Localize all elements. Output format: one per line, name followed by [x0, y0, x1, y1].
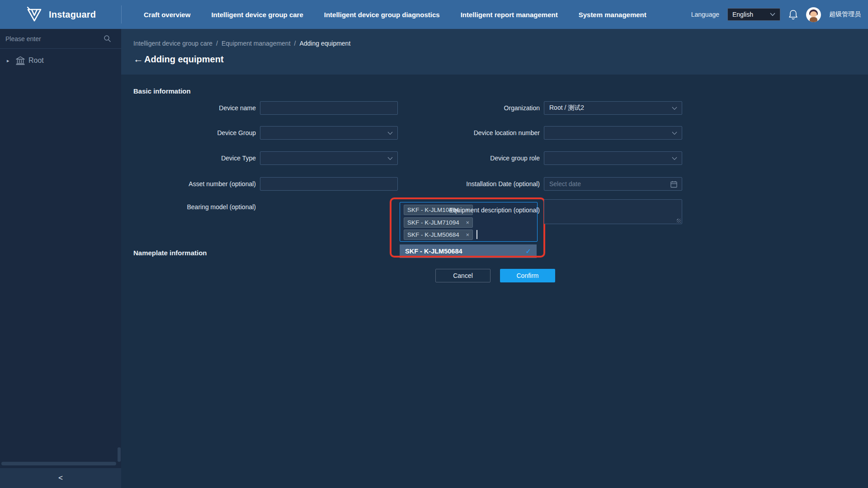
confirm-button[interactable]: Confirm [500, 269, 555, 282]
caret-right-icon[interactable]: ▸ [0, 58, 15, 64]
asset-number-input[interactable] [265, 180, 392, 188]
user-name: 超级管理员 [829, 10, 861, 19]
page-title: Adding equipment [144, 54, 224, 65]
field-row-device-type: Device Type [106, 151, 398, 165]
nav-item-device-group-care[interactable]: Intelligent device group care [211, 11, 303, 19]
sidebar-collapse-button[interactable]: < [0, 468, 121, 488]
tree-node-root[interactable]: ▸ Root [0, 52, 121, 70]
breadcrumb-item[interactable]: Equipment management [222, 40, 291, 47]
organization-select[interactable]: Root / 测试2 [544, 101, 682, 115]
asset-number-input-wrap [260, 177, 398, 191]
main-nav: Craft overview Intelligent device group … [121, 11, 646, 19]
breadcrumb-separator: / [216, 40, 218, 47]
chevron-down-icon [672, 107, 677, 110]
bearing-model-label: Bearing model (optional) [106, 203, 260, 211]
sidebar: ▸ Root < [0, 29, 121, 488]
section-basic-information: Basic information [133, 87, 191, 95]
field-row-device-group: Device Group [106, 126, 398, 140]
chevron-down-icon [770, 13, 775, 16]
user-avatar[interactable] [806, 7, 821, 22]
device-type-label: Device Type [106, 155, 260, 162]
field-row-organization: Organization Root / 测试2 [390, 101, 682, 115]
nav-item-report-management[interactable]: Intelligent report management [461, 11, 558, 19]
collapse-chevron-icon: < [58, 474, 63, 483]
brand-name: Instaguard [49, 9, 96, 20]
device-group-select[interactable] [260, 126, 398, 140]
device-location-select[interactable] [544, 126, 682, 140]
device-group-role-label: Device group role [390, 155, 544, 162]
app-screen: Instaguard Craft overview Intelligent de… [0, 0, 868, 488]
device-location-label: Device location number [390, 129, 544, 136]
navbar-right: Language English 超级管理员 [691, 7, 868, 22]
breadcrumb: Intelligent device group care / Equipmen… [133, 40, 350, 47]
tag-close-icon[interactable]: × [466, 231, 469, 238]
dropdown-option-label: SKF - K-JLM50684 [405, 248, 462, 255]
language-label: Language [691, 11, 719, 18]
section-nameplate-information: Nameplate information [133, 249, 207, 257]
field-row-asset-number: Asset number (optional) [106, 177, 398, 191]
navbar-divider [121, 5, 122, 23]
device-group-role-select[interactable] [544, 151, 682, 165]
avatar-body [810, 17, 817, 22]
installation-date-label: Installation Date (optional) [390, 180, 544, 188]
installation-date-picker[interactable]: Select date [544, 177, 682, 191]
equipment-form: Basic information Device name Device Gro… [121, 75, 868, 488]
field-row-device-group-role: Device group role [390, 151, 682, 165]
device-name-label: Device name [106, 104, 260, 112]
brand[interactable]: Instaguard [0, 7, 121, 22]
calendar-icon [670, 181, 677, 188]
bearing-tag: SKF - K-JLM50684 × [404, 230, 473, 240]
device-group-label: Device Group [106, 129, 260, 136]
check-icon: ✓ [525, 247, 531, 255]
asset-number-label: Asset number (optional) [106, 180, 260, 188]
tree-node-label[interactable]: Root [28, 56, 44, 65]
bearing-tag-label: SKF - K-JLM50684 [407, 231, 459, 238]
organization-building-icon [15, 56, 25, 65]
field-row-bearing-model: Bearing model (optional) [106, 203, 260, 211]
page-title-row: ← Adding equipment [133, 53, 224, 65]
sidebar-search-input[interactable] [0, 35, 99, 42]
top-navbar: Instaguard Craft overview Intelligent de… [0, 0, 868, 29]
nav-item-craft-overview[interactable]: Craft overview [144, 11, 190, 19]
language-value: English [732, 11, 753, 18]
installation-date-placeholder: Select date [549, 180, 581, 188]
text-cursor [476, 230, 477, 239]
search-icon[interactable] [104, 35, 111, 42]
organization-value: Root / 测试2 [549, 104, 584, 112]
sidebar-search [0, 29, 121, 49]
notification-bell-icon[interactable] [788, 9, 798, 20]
breadcrumb-item[interactable]: Intelligent device group care [133, 40, 212, 47]
bearing-dropdown-option-selected[interactable]: SKF - K-JLM50684 ✓ [400, 244, 537, 258]
chevron-down-icon [672, 157, 677, 160]
language-select[interactable]: English [727, 8, 780, 21]
device-name-input-wrap [260, 101, 398, 115]
equipment-description-label: Equipment description (optional) [390, 199, 544, 214]
nav-item-device-group-diagnostics[interactable]: Intelligent device group diagnostics [324, 11, 440, 19]
avatar-face [810, 11, 817, 17]
field-row-equipment-description: Equipment description (optional) [390, 199, 682, 224]
cancel-button[interactable]: Cancel [435, 269, 491, 282]
nav-item-system-management[interactable]: System management [579, 11, 646, 19]
field-row-device-location: Device location number [390, 126, 682, 140]
content-header: Intelligent device group care / Equipmen… [121, 29, 868, 75]
breadcrumb-item-current: Adding equipment [299, 40, 350, 47]
device-name-input[interactable] [265, 104, 392, 112]
sidebar-vertical-scrollbar[interactable] [118, 447, 121, 462]
back-arrow-icon[interactable]: ← [133, 53, 143, 65]
field-row-installation-date: Installation Date (optional) Select date [390, 177, 682, 191]
organization-label: Organization [390, 104, 544, 112]
brand-logo-icon [26, 7, 42, 22]
chevron-down-icon [672, 131, 677, 135]
equipment-description-textarea[interactable] [544, 199, 682, 224]
device-type-select[interactable] [260, 151, 398, 165]
sidebar-horizontal-scrollbar[interactable] [1, 462, 116, 465]
resize-grip-icon[interactable] [677, 219, 681, 223]
field-row-device-name: Device name [106, 101, 398, 115]
breadcrumb-separator: / [294, 40, 296, 47]
